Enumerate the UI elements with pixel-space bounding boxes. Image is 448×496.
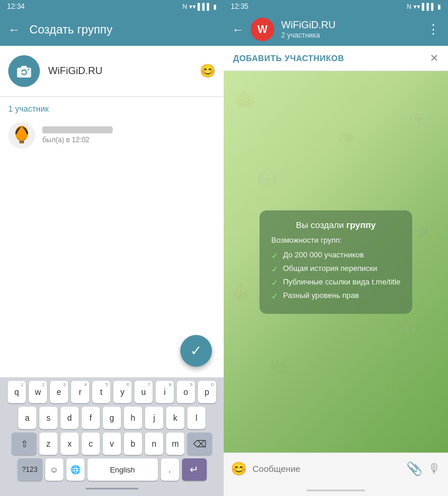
key-i[interactable]: 8 i	[156, 381, 174, 403]
keyboard-bottom-row: ?123 ☺ 🌐 English . ↵	[2, 458, 221, 481]
check-icon: ✓	[190, 343, 202, 359]
key-t[interactable]: 5 t	[92, 381, 110, 403]
add-members-bar: ДОБАВИТЬ УЧАСТНИКОВ ✕	[224, 46, 448, 71]
group-name-input[interactable]	[48, 65, 191, 77]
emoji-key[interactable]: ☺	[45, 458, 63, 481]
key-u[interactable]: 7 u	[134, 381, 153, 403]
members-section: 1 участник	[0, 97, 224, 155]
keyboard-row-3: ⇧ z x c v b n m ⌫	[2, 433, 221, 455]
globe-key[interactable]: 🌐	[66, 458, 85, 481]
check-icon-4: ✓	[271, 291, 278, 301]
bg-emoji-3: 🤖	[257, 166, 278, 186]
emoji-button[interactable]: 😊	[231, 461, 247, 477]
key-m[interactable]: m	[166, 433, 184, 455]
member-item: был(а) в 12:02	[8, 118, 215, 152]
wifi-icon-right: ▾▾	[413, 3, 420, 11]
right-time: 12:35	[231, 2, 248, 11]
wifi-icon: ▾▾	[189, 3, 196, 11]
period-key[interactable]: .	[161, 458, 179, 481]
key-q[interactable]: 1 q	[8, 381, 26, 403]
back-button[interactable]: ←	[8, 23, 20, 36]
shift-key[interactable]: ⇧	[12, 433, 36, 455]
page-title: Создать группу	[29, 23, 112, 36]
bg-emoji-4: 🎭	[416, 224, 437, 243]
key-n[interactable]: n	[145, 433, 163, 455]
add-members-label[interactable]: ДОБАВИТЬ УЧАСТНИКОВ	[233, 53, 344, 63]
keyboard: 1 q 2 w 3 e 4 r 5 t 6 y	[0, 377, 224, 496]
member-avatar	[8, 122, 35, 149]
right-status-bar: 12:35 Ν ▾▾ ▌▌▌ ▮	[224, 0, 448, 13]
welcome-card: Вы создали группу Возможности групп: ✓ Д…	[260, 210, 412, 314]
home-bar-left	[86, 488, 139, 490]
signal-icon: ▌▌▌	[198, 3, 211, 10]
svg-rect-9	[19, 140, 24, 143]
create-group-fab[interactable]: ✓	[180, 335, 212, 367]
key-s[interactable]: s	[39, 407, 58, 429]
camera-icon	[16, 65, 32, 78]
backspace-key[interactable]: ⌫	[187, 433, 212, 455]
welcome-feature-3: ✓ Публичные ссылки вида t.me/title	[271, 277, 400, 287]
key-y[interactable]: 6 y	[113, 381, 132, 403]
key-z[interactable]: z	[39, 433, 58, 455]
svg-rect-3	[21, 66, 27, 68]
key-g[interactable]: g	[103, 407, 121, 429]
battery-icon: ▮	[213, 3, 217, 11]
bg-emoji-7: 🌿	[268, 357, 289, 377]
svg-rect-4	[28, 69, 29, 70]
member-status: был(а) в 12:02	[42, 136, 113, 144]
key-d[interactable]: d	[60, 407, 79, 429]
check-icon-1: ✓	[271, 251, 278, 260]
bg-emoji-6: 🎠	[400, 319, 421, 339]
key-r[interactable]: 4 r	[71, 381, 89, 403]
message-input[interactable]	[252, 464, 400, 474]
home-indicator-left	[2, 483, 221, 494]
key-j[interactable]: j	[145, 407, 163, 429]
mic-button[interactable]: 🎙	[428, 461, 441, 477]
key-v[interactable]: v	[103, 433, 121, 455]
welcome-subtitle: Возможности групп:	[271, 236, 400, 244]
header-menu-button[interactable]: ⋮	[427, 22, 440, 37]
keyboard-row-2: a s d f g h j k l	[2, 407, 221, 429]
camera-button[interactable]	[8, 55, 40, 87]
key-f[interactable]: f	[82, 407, 100, 429]
key-p[interactable]: 0 p	[198, 381, 216, 403]
key-k[interactable]: k	[166, 407, 184, 429]
bg-emoji-9: 🐢	[336, 128, 356, 148]
attach-button[interactable]: 📎	[406, 461, 422, 477]
group-avatar: W	[251, 18, 274, 41]
welcome-title-bold: группу	[346, 220, 376, 230]
check-icon-3: ✓	[271, 278, 278, 287]
member-info: был(а) в 12:02	[42, 126, 113, 144]
key-e[interactable]: 3 e	[50, 381, 68, 403]
left-status-icons: Ν ▾▾ ▌▌▌ ▮	[183, 3, 217, 11]
key-o[interactable]: 9 o	[177, 381, 195, 403]
shift-icon: ⇧	[21, 438, 28, 450]
key-x[interactable]: x	[60, 433, 79, 455]
svg-point-8	[15, 126, 28, 141]
key-b[interactable]: b	[124, 433, 142, 455]
members-count: 1 участник	[8, 104, 215, 113]
right-header-info: WiFiGiD.RU 2 участника	[281, 19, 420, 39]
key-h[interactable]: h	[124, 407, 142, 429]
welcome-title: Вы создали группу	[271, 220, 400, 230]
backspace-icon: ⌫	[193, 438, 207, 450]
key-w[interactable]: 2 w	[29, 381, 47, 403]
numbers-key[interactable]: ?123	[18, 458, 42, 481]
left-panel: 12:34 Ν ▾▾ ▌▌▌ ▮ ← Создать группу	[0, 0, 224, 496]
bg-emoji-8: 🍀	[383, 376, 403, 396]
close-add-members-button[interactable]: ✕	[430, 52, 439, 65]
home-indicator-right	[224, 484, 448, 496]
lang-key[interactable]: English	[87, 458, 158, 481]
enter-icon: ↵	[190, 463, 198, 476]
right-header: ← W WiFiGiD.RU 2 участника ⋮	[224, 13, 448, 46]
key-l[interactable]: l	[187, 407, 206, 429]
nfc-icon: Ν	[183, 3, 187, 10]
home-bar-right	[306, 490, 365, 491]
bg-emoji-2: 👻	[409, 109, 430, 129]
right-back-button[interactable]: ←	[232, 23, 244, 36]
chat-input-bar: 😊 📎 🎙	[224, 453, 448, 484]
key-a[interactable]: a	[18, 407, 36, 429]
key-c[interactable]: c	[82, 433, 100, 455]
enter-key[interactable]: ↵	[182, 458, 207, 481]
emoji-icon[interactable]: 😊	[200, 63, 215, 79]
